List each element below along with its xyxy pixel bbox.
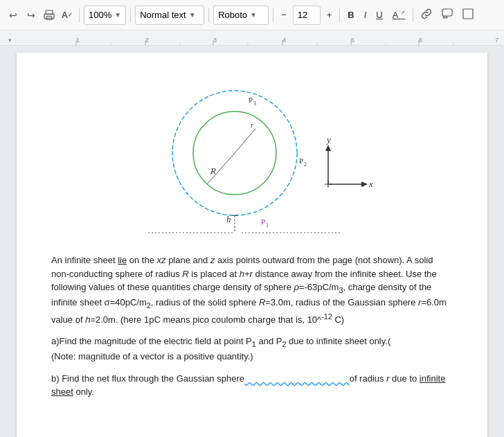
font-size-value: 12 bbox=[298, 10, 307, 20]
separator-1 bbox=[79, 8, 80, 22]
italic-button[interactable]: I bbox=[361, 8, 370, 21]
strikethrough-button[interactable]: A ↗ bbox=[389, 8, 409, 21]
redo-button[interactable]: ↪ bbox=[24, 8, 39, 23]
svg-rect-3 bbox=[442, 9, 452, 16]
style-value: Normal text bbox=[140, 10, 186, 20]
font-size-plus[interactable]: + bbox=[323, 8, 336, 21]
svg-text:h: h bbox=[226, 214, 231, 224]
svg-rect-5 bbox=[463, 9, 473, 19]
spellcheck-button[interactable]: A✓ bbox=[60, 8, 75, 23]
zoom-arrow: ▼ bbox=[114, 11, 121, 19]
paragraph-2: a)Find the magnitude of the electric fie… bbox=[51, 335, 453, 363]
svg-text:2: 2 bbox=[304, 161, 307, 168]
svg-rect-4 bbox=[443, 17, 447, 18]
font-size-minus[interactable]: − bbox=[278, 8, 290, 21]
undo-button[interactable]: ↩ bbox=[6, 8, 21, 23]
separator-5 bbox=[339, 8, 340, 22]
font-dropdown[interactable]: Roboto ▼ bbox=[213, 6, 269, 25]
svg-text:P: P bbox=[261, 217, 265, 226]
svg-marker-37 bbox=[325, 145, 331, 151]
font-arrow: ▼ bbox=[250, 11, 257, 19]
underline-button[interactable]: U bbox=[372, 8, 386, 21]
comment-button[interactable] bbox=[438, 7, 456, 23]
style-arrow: ▼ bbox=[189, 11, 196, 19]
svg-text:P: P bbox=[299, 157, 303, 165]
svg-text:3: 3 bbox=[253, 100, 256, 107]
zoom-dropdown[interactable]: 100% ▼ bbox=[84, 6, 126, 25]
diagram-container: R r P 3 P 2 P 1 h bbox=[51, 73, 453, 240]
ruler-svg bbox=[0, 30, 504, 46]
svg-text:1: 1 bbox=[266, 222, 269, 229]
toolbar: ↩ ↪ A✓ 100% ▼ Normal text ▼ Roboto ▼ − 1… bbox=[0, 0, 504, 30]
style-dropdown[interactable]: Normal text ▼ bbox=[135, 6, 204, 25]
font-size-dropdown[interactable]: 12 bbox=[293, 6, 321, 25]
svg-line-23 bbox=[235, 129, 255, 153]
bold-button[interactable]: B bbox=[344, 8, 357, 21]
svg-text:r: r bbox=[251, 121, 254, 129]
print-button[interactable] bbox=[42, 8, 57, 23]
diagram-svg: R r P 3 P 2 P 1 h bbox=[127, 73, 377, 240]
svg-text:R: R bbox=[210, 166, 216, 176]
svg-text:x: x bbox=[368, 179, 373, 189]
paragraph-3: b) Find the net flux through the Gaussia… bbox=[51, 372, 453, 399]
document-area: R r P 3 P 2 P 1 h bbox=[0, 46, 504, 437]
separator-6 bbox=[413, 8, 413, 22]
ruler: ▾ 1 2 3 4 5 6 7 bbox=[0, 30, 504, 46]
underline-lie: lie bbox=[118, 255, 127, 265]
svg-text:P: P bbox=[249, 96, 253, 104]
link-button[interactable] bbox=[417, 7, 435, 23]
paragraph-1: An infinite sheet lie on the xz plane an… bbox=[51, 253, 453, 326]
wavy-underline-sphere bbox=[244, 373, 350, 384]
svg-marker-40 bbox=[361, 181, 368, 187]
separator-4 bbox=[273, 8, 273, 22]
font-value: Roboto bbox=[218, 10, 247, 20]
separator-3 bbox=[208, 8, 209, 22]
insert-button[interactable] bbox=[459, 7, 477, 23]
document-page[interactable]: R r P 3 P 2 P 1 h bbox=[17, 53, 487, 437]
svg-text:y: y bbox=[325, 134, 331, 145]
separator-2 bbox=[130, 8, 131, 22]
zoom-value: 100% bbox=[89, 10, 111, 20]
